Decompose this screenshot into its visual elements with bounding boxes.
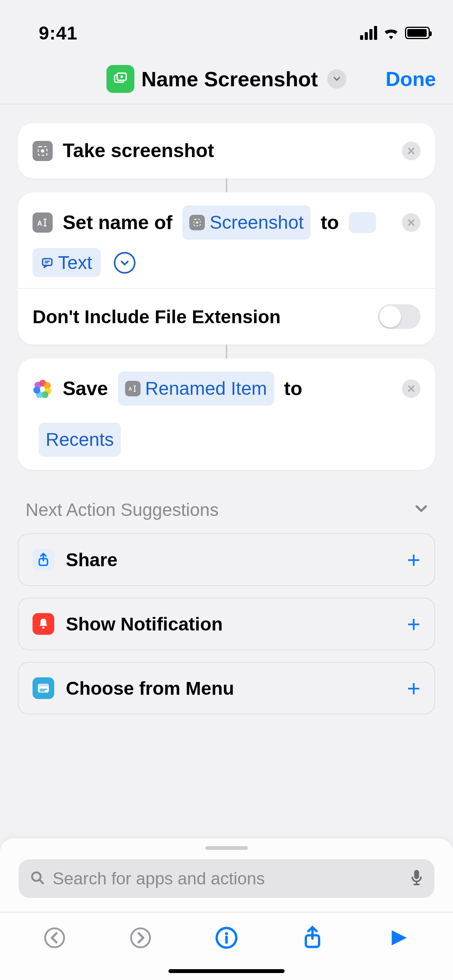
add-suggestion-button[interactable]: +: [407, 547, 420, 573]
search-input[interactable]: [53, 869, 403, 888]
action-text-to2: to: [284, 374, 302, 403]
action-save-to-photos[interactable]: Save A Renamed Item to Recents: [18, 358, 435, 470]
svg-point-18: [42, 627, 44, 629]
chevron-down-icon: [414, 501, 429, 518]
svg-point-26: [225, 932, 228, 935]
delete-action-button[interactable]: [402, 379, 420, 398]
svg-rect-22: [414, 870, 419, 879]
action-text-to: to: [321, 208, 339, 237]
status-bar: 9:41: [0, 0, 453, 54]
workflow-content: Take screenshot A Set name of Screenshot…: [0, 105, 453, 714]
suggestion-show-notification[interactable]: Show Notification +: [18, 598, 435, 650]
connector-line: [18, 178, 435, 192]
done-button[interactable]: Done: [386, 67, 436, 91]
nav-bar: Name Screenshot Done: [0, 54, 453, 105]
search-icon: [30, 870, 45, 887]
share-button[interactable]: [299, 924, 326, 951]
action-set-name[interactable]: A Set name of Screenshot to Text: [18, 192, 435, 344]
status-time: 9:41: [39, 22, 77, 44]
variable-label: Renamed Item: [145, 375, 267, 403]
suggestions-title: Next Action Suggestions: [26, 499, 219, 520]
menu-icon: [33, 677, 54, 699]
add-suggestion-button[interactable]: +: [407, 611, 420, 637]
rename-icon: A: [33, 212, 53, 233]
svg-text:A: A: [129, 386, 132, 392]
option-file-extension: Don't Include File Extension: [18, 288, 435, 344]
action-label: Take screenshot: [63, 136, 214, 165]
svg-text:A: A: [37, 219, 42, 227]
search-panel[interactable]: [0, 838, 453, 912]
title-chevron-icon[interactable]: [327, 69, 347, 89]
battery-icon: [405, 27, 430, 39]
shortcut-icon: [106, 65, 134, 93]
suggestion-label: Show Notification: [66, 613, 395, 635]
name-value-field[interactable]: [349, 212, 376, 233]
delete-action-button[interactable]: [402, 142, 420, 160]
run-button[interactable]: [385, 924, 412, 951]
action-take-screenshot[interactable]: Take screenshot: [18, 123, 435, 178]
suggestions-list: Share + Show Notification + Choose from …: [18, 533, 435, 714]
svg-rect-20: [38, 684, 49, 687]
variable-pill-renamed[interactable]: A Renamed Item: [118, 372, 274, 406]
text-pill-label: Text: [58, 252, 92, 273]
suggestion-choose-menu[interactable]: Choose from Menu +: [18, 662, 435, 714]
suggestions-header[interactable]: Next Action Suggestions: [18, 470, 435, 533]
search-field[interactable]: [19, 859, 434, 898]
suggestion-label: Share: [66, 549, 395, 571]
suggestion-share[interactable]: Share +: [18, 533, 435, 586]
text-source-pill[interactable]: Text: [33, 248, 101, 277]
file-extension-toggle[interactable]: [378, 304, 420, 329]
info-button[interactable]: [213, 924, 240, 951]
share-icon: [33, 549, 54, 571]
wifi-icon: [383, 26, 400, 39]
svg-point-4: [41, 149, 45, 152]
screenshot-icon: [33, 141, 53, 161]
sheet-grabber[interactable]: [205, 846, 248, 850]
variable-pill-screenshot[interactable]: Screenshot: [182, 206, 311, 240]
delete-action-button[interactable]: [402, 213, 420, 232]
notification-icon: [33, 613, 54, 635]
svg-point-15: [34, 382, 41, 389]
svg-point-24: [131, 929, 150, 947]
undo-button[interactable]: [41, 924, 68, 951]
svg-rect-8: [43, 259, 52, 265]
screenshot-var-icon: [189, 215, 205, 230]
shortcut-title: Name Screenshot: [141, 67, 318, 91]
svg-point-23: [45, 929, 64, 947]
status-right: [360, 26, 430, 40]
album-pill-recents[interactable]: Recents: [39, 423, 121, 457]
redo-button[interactable]: [127, 924, 154, 951]
connector-line: [18, 344, 435, 358]
nav-title-button[interactable]: Name Screenshot: [106, 65, 347, 93]
photos-app-icon: [33, 379, 53, 399]
suggestion-label: Choose from Menu: [66, 678, 395, 699]
expand-options-button[interactable]: [114, 252, 136, 274]
rename-var-icon: A: [125, 381, 141, 396]
add-suggestion-button[interactable]: +: [407, 675, 420, 702]
svg-point-7: [196, 221, 199, 224]
text-bubble-icon: [41, 257, 53, 269]
svg-point-2: [120, 75, 123, 78]
variable-label: Screenshot: [209, 209, 304, 236]
home-indicator: [168, 969, 285, 973]
microphone-icon[interactable]: [410, 869, 423, 888]
action-text: Set name of: [63, 208, 172, 237]
action-text-save: Save: [63, 374, 108, 403]
cellular-icon: [360, 26, 377, 40]
album-label: Recents: [46, 426, 114, 454]
option-label: Don't Include File Extension: [33, 306, 281, 327]
